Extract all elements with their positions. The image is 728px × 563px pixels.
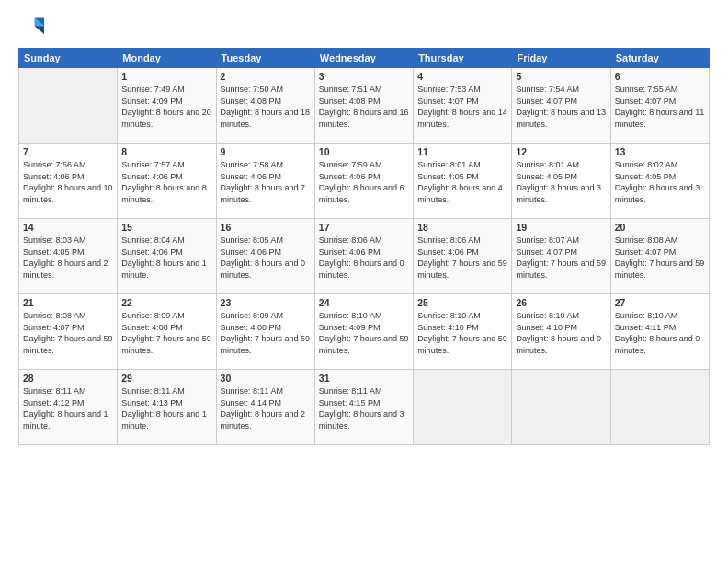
day-cell: 21 Sunrise: 8:08 AMSunset: 4:07 PMDaylig…: [19, 294, 118, 370]
day-cell: 6 Sunrise: 7:55 AMSunset: 4:07 PMDayligh…: [610, 68, 709, 144]
svg-marker-2: [35, 26, 45, 34]
weekday-header-wednesday: Wednesday: [314, 49, 413, 68]
day-info: Sunrise: 8:08 AMSunset: 4:07 PMDaylight:…: [615, 235, 705, 281]
day-cell: 16 Sunrise: 8:05 AMSunset: 4:06 PMDaylig…: [216, 219, 314, 294]
weekday-header-friday: Friday: [512, 49, 610, 68]
day-info: Sunrise: 8:02 AMSunset: 4:05 PMDaylight:…: [615, 159, 705, 205]
day-number: 19: [516, 222, 606, 233]
day-number: 7: [23, 146, 113, 157]
day-info: Sunrise: 8:11 AMSunset: 4:15 PMDaylight:…: [319, 385, 409, 431]
day-info: Sunrise: 7:56 AMSunset: 4:06 PMDaylight:…: [23, 159, 113, 205]
day-number: 23: [221, 297, 311, 308]
day-cell: 13 Sunrise: 8:02 AMSunset: 4:05 PMDaylig…: [610, 144, 709, 219]
day-cell: 26 Sunrise: 8:10 AMSunset: 4:10 PMDaylig…: [512, 294, 610, 370]
day-cell: 20 Sunrise: 8:08 AMSunset: 4:07 PMDaylig…: [610, 219, 709, 294]
day-cell: 9 Sunrise: 7:58 AMSunset: 4:06 PMDayligh…: [216, 144, 314, 219]
logo-icon: [18, 15, 44, 40]
day-info: Sunrise: 7:51 AMSunset: 4:08 PMDaylight:…: [319, 84, 409, 130]
day-cell: 10 Sunrise: 7:59 AMSunset: 4:06 PMDaylig…: [314, 144, 413, 219]
day-cell: [414, 370, 512, 445]
day-number: 8: [121, 146, 211, 157]
day-cell: 23 Sunrise: 8:09 AMSunset: 4:08 PMDaylig…: [216, 294, 314, 370]
day-cell: 7 Sunrise: 7:56 AMSunset: 4:06 PMDayligh…: [19, 144, 118, 219]
day-number: 9: [221, 146, 311, 157]
day-number: 6: [615, 71, 705, 82]
day-info: Sunrise: 7:50 AMSunset: 4:08 PMDaylight:…: [221, 84, 311, 130]
day-info: Sunrise: 8:10 AMSunset: 4:10 PMDaylight:…: [417, 310, 507, 356]
day-cell: 18 Sunrise: 8:06 AMSunset: 4:06 PMDaylig…: [414, 219, 512, 294]
day-info: Sunrise: 8:05 AMSunset: 4:06 PMDaylight:…: [221, 235, 311, 281]
day-number: 15: [121, 222, 211, 233]
day-cell: 5 Sunrise: 7:54 AMSunset: 4:07 PMDayligh…: [512, 68, 610, 144]
day-number: 21: [23, 297, 113, 308]
day-number: 4: [417, 71, 507, 82]
day-cell: 1 Sunrise: 7:49 AMSunset: 4:09 PMDayligh…: [118, 68, 216, 144]
day-cell: 27 Sunrise: 8:10 AMSunset: 4:11 PMDaylig…: [610, 294, 709, 370]
day-cell: 28 Sunrise: 8:11 AMSunset: 4:12 PMDaylig…: [19, 370, 118, 445]
weekday-header-sunday: Sunday: [19, 49, 118, 68]
day-info: Sunrise: 8:10 AMSunset: 4:09 PMDaylight:…: [319, 310, 409, 356]
day-info: Sunrise: 8:01 AMSunset: 4:05 PMDaylight:…: [516, 159, 606, 205]
day-info: Sunrise: 8:11 AMSunset: 4:14 PMDaylight:…: [221, 385, 311, 431]
day-info: Sunrise: 7:59 AMSunset: 4:06 PMDaylight:…: [319, 159, 409, 205]
day-info: Sunrise: 7:54 AMSunset: 4:07 PMDaylight:…: [516, 84, 606, 130]
day-cell: [512, 370, 610, 445]
day-cell: 8 Sunrise: 7:57 AMSunset: 4:06 PMDayligh…: [118, 144, 216, 219]
day-number: 17: [319, 222, 409, 233]
day-number: 20: [615, 222, 705, 233]
day-cell: 29 Sunrise: 8:11 AMSunset: 4:13 PMDaylig…: [118, 370, 216, 445]
day-number: 27: [615, 297, 705, 308]
day-number: 18: [417, 222, 507, 233]
day-number: 13: [615, 146, 705, 157]
day-number: 12: [516, 146, 606, 157]
day-number: 14: [23, 222, 113, 233]
day-number: 24: [319, 297, 409, 308]
weekday-header-thursday: Thursday: [414, 49, 512, 68]
week-row-2: 7 Sunrise: 7:56 AMSunset: 4:06 PMDayligh…: [19, 144, 710, 219]
day-number: 31: [319, 373, 409, 384]
week-row-1: 1 Sunrise: 7:49 AMSunset: 4:09 PMDayligh…: [19, 68, 710, 144]
day-number: 16: [221, 222, 311, 233]
day-cell: 3 Sunrise: 7:51 AMSunset: 4:08 PMDayligh…: [314, 68, 413, 144]
day-info: Sunrise: 8:06 AMSunset: 4:06 PMDaylight:…: [417, 235, 507, 281]
day-number: 5: [516, 71, 606, 82]
day-cell: 31 Sunrise: 8:11 AMSunset: 4:15 PMDaylig…: [314, 370, 413, 445]
week-row-4: 21 Sunrise: 8:08 AMSunset: 4:07 PMDaylig…: [19, 294, 710, 370]
page: SundayMondayTuesdayWednesdayThursdayFrid…: [0, 0, 728, 563]
day-cell: [19, 68, 118, 144]
day-info: Sunrise: 8:01 AMSunset: 4:05 PMDaylight:…: [417, 159, 507, 205]
day-info: Sunrise: 8:10 AMSunset: 4:10 PMDaylight:…: [516, 310, 606, 356]
day-number: 10: [319, 146, 409, 157]
day-cell: 30 Sunrise: 8:11 AMSunset: 4:14 PMDaylig…: [216, 370, 314, 445]
weekday-header-monday: Monday: [118, 49, 216, 68]
day-cell: 25 Sunrise: 8:10 AMSunset: 4:10 PMDaylig…: [414, 294, 512, 370]
weekday-header-tuesday: Tuesday: [216, 49, 314, 68]
weekday-header-saturday: Saturday: [610, 49, 709, 68]
week-row-5: 28 Sunrise: 8:11 AMSunset: 4:12 PMDaylig…: [19, 370, 710, 445]
weekday-header-row: SundayMondayTuesdayWednesdayThursdayFrid…: [19, 49, 710, 68]
day-number: 30: [221, 373, 311, 384]
day-info: Sunrise: 8:07 AMSunset: 4:07 PMDaylight:…: [516, 235, 606, 281]
day-info: Sunrise: 7:57 AMSunset: 4:06 PMDaylight:…: [121, 159, 211, 205]
day-number: 28: [23, 373, 113, 384]
day-cell: 22 Sunrise: 8:09 AMSunset: 4:08 PMDaylig…: [118, 294, 216, 370]
day-info: Sunrise: 8:06 AMSunset: 4:06 PMDaylight:…: [319, 235, 409, 281]
day-cell: 19 Sunrise: 8:07 AMSunset: 4:07 PMDaylig…: [512, 219, 610, 294]
day-number: 3: [319, 71, 409, 82]
day-info: Sunrise: 8:11 AMSunset: 4:13 PMDaylight:…: [121, 385, 211, 431]
day-number: 29: [121, 373, 211, 384]
day-info: Sunrise: 8:09 AMSunset: 4:08 PMDaylight:…: [121, 310, 211, 356]
day-number: 1: [121, 71, 211, 82]
day-cell: 24 Sunrise: 8:10 AMSunset: 4:09 PMDaylig…: [314, 294, 413, 370]
day-number: 2: [221, 71, 311, 82]
day-cell: 2 Sunrise: 7:50 AMSunset: 4:08 PMDayligh…: [216, 68, 314, 144]
logo: [18, 15, 48, 40]
calendar-table: SundayMondayTuesdayWednesdayThursdayFrid…: [18, 48, 710, 445]
day-number: 22: [121, 297, 211, 308]
day-info: Sunrise: 8:03 AMSunset: 4:05 PMDaylight:…: [23, 235, 113, 281]
day-info: Sunrise: 8:08 AMSunset: 4:07 PMDaylight:…: [23, 310, 113, 356]
day-number: 11: [417, 146, 507, 157]
week-row-3: 14 Sunrise: 8:03 AMSunset: 4:05 PMDaylig…: [19, 219, 710, 294]
header: [18, 15, 710, 40]
day-info: Sunrise: 8:10 AMSunset: 4:11 PMDaylight:…: [615, 310, 705, 356]
